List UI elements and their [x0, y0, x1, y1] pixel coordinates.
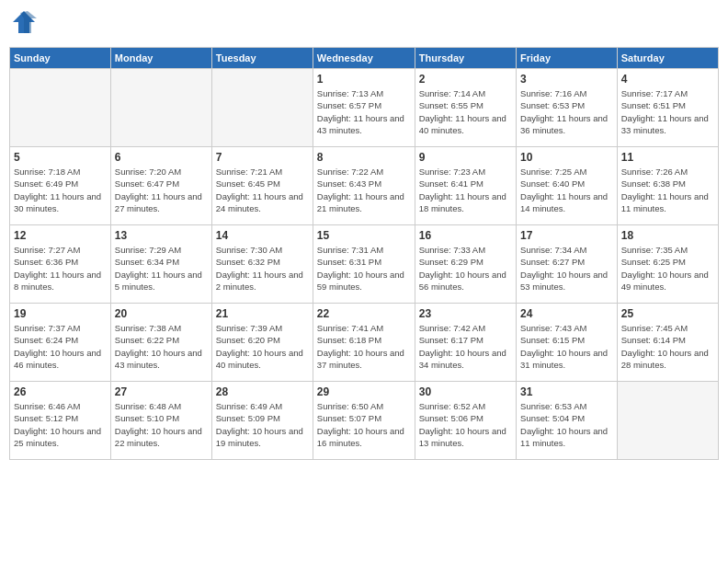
day-number: 26: [14, 385, 107, 398]
day-number: 6: [115, 151, 208, 164]
calendar-cell: 13Sunrise: 7:29 AMSunset: 6:34 PMDayligh…: [110, 225, 211, 304]
day-info: Sunrise: 6:48 AMSunset: 5:10 PMDaylight:…: [115, 400, 208, 449]
logo-icon: [11, 9, 37, 35]
day-number: 23: [419, 307, 512, 320]
day-number: 31: [520, 385, 613, 398]
calendar-cell: 10Sunrise: 7:25 AMSunset: 6:40 PMDayligh…: [517, 147, 618, 225]
day-number: 11: [621, 151, 714, 164]
day-number: 18: [621, 229, 714, 242]
calendar-cell: [211, 69, 313, 147]
calendar-week-row-2: 5Sunrise: 7:18 AMSunset: 6:49 PMDaylight…: [10, 147, 719, 225]
calendar-cell: 31Sunrise: 6:53 AMSunset: 5:04 PMDayligh…: [517, 382, 618, 460]
day-info: Sunrise: 7:41 AMSunset: 6:18 PMDaylight:…: [317, 322, 411, 371]
day-info: Sunrise: 6:53 AMSunset: 5:04 PMDaylight:…: [520, 400, 613, 449]
day-info: Sunrise: 7:13 AMSunset: 6:57 PMDaylight:…: [317, 87, 411, 136]
day-info: Sunrise: 7:45 AMSunset: 6:14 PMDaylight:…: [621, 322, 714, 371]
calendar-week-row-4: 19Sunrise: 7:37 AMSunset: 6:24 PMDayligh…: [10, 304, 719, 382]
calendar-cell: 4Sunrise: 7:17 AMSunset: 6:51 PMDaylight…: [617, 69, 718, 147]
day-number: 17: [520, 229, 613, 242]
day-number: 24: [520, 307, 613, 320]
calendar-cell: 25Sunrise: 7:45 AMSunset: 6:14 PMDayligh…: [617, 304, 718, 382]
day-info: Sunrise: 6:52 AMSunset: 5:06 PMDaylight:…: [419, 400, 512, 449]
day-info: Sunrise: 7:39 AMSunset: 6:20 PMDaylight:…: [216, 322, 309, 371]
day-number: 21: [216, 307, 309, 320]
calendar-cell: 1Sunrise: 7:13 AMSunset: 6:57 PMDaylight…: [313, 69, 415, 147]
calendar-header-row: SundayMondayTuesdayWednesdayThursdayFrid…: [10, 48, 719, 69]
day-number: 1: [317, 73, 411, 86]
day-info: Sunrise: 7:21 AMSunset: 6:45 PMDaylight:…: [216, 166, 309, 214]
calendar-header-saturday: Saturday: [617, 48, 718, 69]
day-number: 27: [115, 385, 208, 398]
calendar-header-thursday: Thursday: [415, 48, 516, 69]
calendar-cell: 6Sunrise: 7:20 AMSunset: 6:47 PMDaylight…: [110, 147, 211, 225]
day-info: Sunrise: 7:30 AMSunset: 6:32 PMDaylight:…: [216, 244, 309, 293]
day-info: Sunrise: 7:14 AMSunset: 6:55 PMDaylight:…: [419, 87, 512, 136]
header: [9, 9, 719, 40]
logo: [9, 9, 37, 40]
calendar-header-wednesday: Wednesday: [313, 48, 415, 69]
calendar-cell: 29Sunrise: 6:50 AMSunset: 5:07 PMDayligh…: [313, 382, 415, 460]
calendar-cell: 23Sunrise: 7:42 AMSunset: 6:17 PMDayligh…: [415, 304, 516, 382]
day-number: 22: [317, 307, 411, 320]
calendar-cell: 2Sunrise: 7:14 AMSunset: 6:55 PMDaylight…: [415, 69, 516, 147]
calendar-cell: 18Sunrise: 7:35 AMSunset: 6:25 PMDayligh…: [617, 225, 718, 304]
day-info: Sunrise: 7:35 AMSunset: 6:25 PMDaylight:…: [621, 244, 714, 293]
day-info: Sunrise: 7:42 AMSunset: 6:17 PMDaylight:…: [419, 322, 512, 371]
calendar-cell: 22Sunrise: 7:41 AMSunset: 6:18 PMDayligh…: [313, 304, 415, 382]
day-info: Sunrise: 7:34 AMSunset: 6:27 PMDaylight:…: [520, 244, 613, 293]
calendar-cell: 16Sunrise: 7:33 AMSunset: 6:29 PMDayligh…: [415, 225, 516, 304]
calendar-cell: 21Sunrise: 7:39 AMSunset: 6:20 PMDayligh…: [211, 304, 313, 382]
day-info: Sunrise: 7:20 AMSunset: 6:47 PMDaylight:…: [115, 166, 208, 214]
day-info: Sunrise: 7:38 AMSunset: 6:22 PMDaylight:…: [115, 322, 208, 371]
day-number: 15: [317, 229, 411, 242]
calendar-cell: [10, 69, 111, 147]
day-info: Sunrise: 6:46 AMSunset: 5:12 PMDaylight:…: [14, 400, 107, 449]
calendar-cell: [110, 69, 211, 147]
day-number: 8: [317, 151, 411, 164]
day-number: 20: [115, 307, 208, 320]
calendar-header-sunday: Sunday: [10, 48, 111, 69]
calendar-cell: 5Sunrise: 7:18 AMSunset: 6:49 PMDaylight…: [10, 147, 111, 225]
calendar-cell: 30Sunrise: 6:52 AMSunset: 5:06 PMDayligh…: [415, 382, 516, 460]
calendar-cell: 24Sunrise: 7:43 AMSunset: 6:15 PMDayligh…: [517, 304, 618, 382]
calendar-week-row-5: 26Sunrise: 6:46 AMSunset: 5:12 PMDayligh…: [10, 382, 719, 460]
day-info: Sunrise: 7:18 AMSunset: 6:49 PMDaylight:…: [14, 166, 107, 214]
day-info: Sunrise: 6:50 AMSunset: 5:07 PMDaylight:…: [317, 400, 411, 449]
calendar-cell: 15Sunrise: 7:31 AMSunset: 6:31 PMDayligh…: [313, 225, 415, 304]
day-number: 12: [14, 229, 107, 242]
day-number: 16: [419, 229, 512, 242]
day-number: 3: [520, 73, 613, 86]
day-info: Sunrise: 6:49 AMSunset: 5:09 PMDaylight:…: [216, 400, 309, 449]
calendar-cell: 9Sunrise: 7:23 AMSunset: 6:41 PMDaylight…: [415, 147, 516, 225]
calendar-cell: 28Sunrise: 6:49 AMSunset: 5:09 PMDayligh…: [211, 382, 313, 460]
calendar-week-row-1: 1Sunrise: 7:13 AMSunset: 6:57 PMDaylight…: [10, 69, 719, 147]
day-info: Sunrise: 7:43 AMSunset: 6:15 PMDaylight:…: [520, 322, 613, 371]
day-number: 14: [216, 229, 309, 242]
calendar-cell: 8Sunrise: 7:22 AMSunset: 6:43 PMDaylight…: [313, 147, 415, 225]
calendar-cell: 14Sunrise: 7:30 AMSunset: 6:32 PMDayligh…: [211, 225, 313, 304]
calendar-cell: 7Sunrise: 7:21 AMSunset: 6:45 PMDaylight…: [211, 147, 313, 225]
day-number: 2: [419, 73, 512, 86]
calendar-cell: 27Sunrise: 6:48 AMSunset: 5:10 PMDayligh…: [110, 382, 211, 460]
day-number: 9: [419, 151, 512, 164]
calendar-week-row-3: 12Sunrise: 7:27 AMSunset: 6:36 PMDayligh…: [10, 225, 719, 304]
day-info: Sunrise: 7:17 AMSunset: 6:51 PMDaylight:…: [621, 87, 714, 136]
day-info: Sunrise: 7:37 AMSunset: 6:24 PMDaylight:…: [14, 322, 107, 371]
day-info: Sunrise: 7:31 AMSunset: 6:31 PMDaylight:…: [317, 244, 411, 293]
day-number: 30: [419, 385, 512, 398]
day-number: 5: [14, 151, 107, 164]
day-info: Sunrise: 7:26 AMSunset: 6:38 PMDaylight:…: [621, 166, 714, 214]
day-number: 19: [14, 307, 107, 320]
page: SundayMondayTuesdayWednesdayThursdayFrid…: [0, 0, 728, 563]
calendar-header-friday: Friday: [517, 48, 618, 69]
day-number: 25: [621, 307, 714, 320]
day-number: 10: [520, 151, 613, 164]
day-info: Sunrise: 7:27 AMSunset: 6:36 PMDaylight:…: [14, 244, 107, 293]
day-number: 13: [115, 229, 208, 242]
calendar-cell: 19Sunrise: 7:37 AMSunset: 6:24 PMDayligh…: [10, 304, 111, 382]
day-info: Sunrise: 7:23 AMSunset: 6:41 PMDaylight:…: [419, 166, 512, 214]
day-number: 7: [216, 151, 309, 164]
calendar-table: SundayMondayTuesdayWednesdayThursdayFrid…: [9, 47, 719, 460]
day-number: 29: [317, 385, 411, 398]
calendar-header-monday: Monday: [110, 48, 211, 69]
